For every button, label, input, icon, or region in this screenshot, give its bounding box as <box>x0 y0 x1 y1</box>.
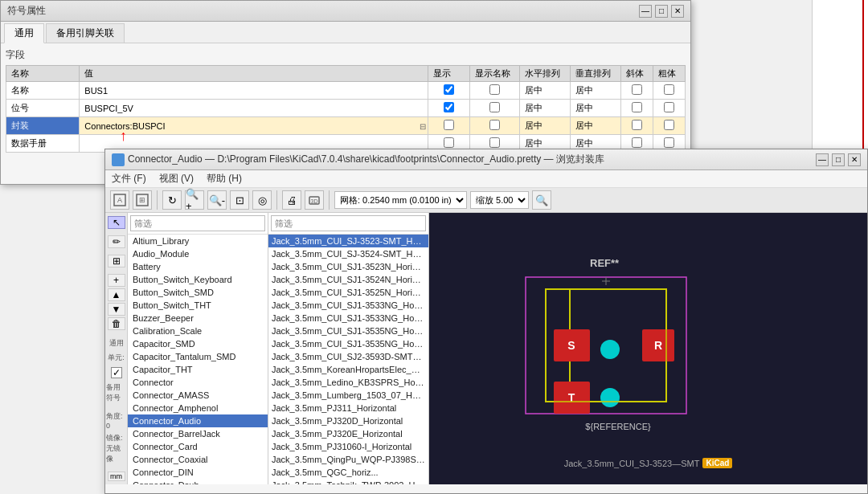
fp-item[interactable]: Jack_3.5mm_KoreanHropartsElec_PJ-3... <box>268 363 428 376</box>
row-showname-0[interactable] <box>469 82 520 100</box>
fp-item[interactable]: Jack_3.5mm_Ledino_KB3SPRS_Horiz... <box>268 376 428 389</box>
expand-icon[interactable]: ⊟ <box>420 121 426 130</box>
lib-item[interactable]: Capacitor_Tantalum_SMD <box>128 350 268 363</box>
fp-item[interactable]: Jack_3.5mm_QGC_horiz... <box>268 466 428 479</box>
row-showname-1[interactable] <box>469 100 520 117</box>
lib-item-connector-audio[interactable]: Connector_Audio <box>128 414 268 427</box>
fp-close-button[interactable]: ✕ <box>848 153 861 166</box>
row-showname-2[interactable] <box>469 117 520 135</box>
menu-help[interactable]: 帮助 (H) <box>207 172 242 186</box>
row-bold-0[interactable] <box>653 82 685 100</box>
lib-item[interactable]: Audio_Module <box>128 247 268 260</box>
row-show-1[interactable] <box>428 100 469 117</box>
fp-window-controls: — □ ✕ <box>816 153 861 166</box>
lib-item[interactable]: Connector_DIN <box>128 466 268 479</box>
grid-selector[interactable]: 网格: 0.2540 mm (0.0100 in) <box>334 191 467 209</box>
menu-file[interactable]: 文件 (F) <box>112 172 146 186</box>
side-mm-btn[interactable]: mm <box>108 472 125 481</box>
toolbar-search-btn[interactable]: 🔍 <box>532 190 551 210</box>
side-grid-btn[interactable]: ⊞ <box>108 255 125 267</box>
fp-item[interactable]: Jack_3.5mm_CUI_SJ-3523-SMT_Horiz... <box>268 235 428 247</box>
tab-alt-pins[interactable]: 备用引脚关联 <box>46 23 125 43</box>
side-up-btn[interactable]: ▲ <box>108 288 125 301</box>
lib-item[interactable]: Battery <box>128 260 268 273</box>
close-button[interactable]: ✕ <box>671 5 684 18</box>
lib-item[interactable]: Buzzer_Beeper <box>128 312 268 325</box>
fp-item[interactable]: Jack_3.5mm_PJ320E_Horizontal <box>268 427 428 440</box>
side-down-btn[interactable]: ▼ <box>108 303 125 316</box>
side-draw-btn[interactable]: ✏ <box>108 235 125 248</box>
fp-maximize-button[interactable]: □ <box>832 153 845 166</box>
toolbar-btn-2[interactable]: ⊞ <box>133 190 152 210</box>
toolbar-zoom-actual-btn[interactable]: ◎ <box>252 190 272 210</box>
fp-item[interactable]: Jack_3.5mm_CUI_SJ1-3524N_Horizont... <box>268 273 428 286</box>
symbol-props-title: 符号属性 <box>7 4 46 18</box>
lib-item[interactable]: Button_Switch_SMD <box>128 286 268 299</box>
side-cursor-btn[interactable]: ↖ <box>108 216 125 229</box>
fp-fp-filter-input[interactable] <box>271 215 426 231</box>
row-italic-2[interactable] <box>621 117 653 135</box>
fp-item[interactable]: Jack_3.5mm_PJ311_Horizontal <box>268 402 428 414</box>
svg-text:⊞: ⊞ <box>139 196 145 204</box>
fp-item[interactable]: Jack_3.5mm_CUI_SJ1-3535NG_Horiz... <box>268 337 428 350</box>
fp-item[interactable]: Jack_3.5mm_CUI_SJ1-3533NG_Horiz... <box>268 299 428 312</box>
toolbar-3d-btn[interactable]: 3D <box>305 190 324 210</box>
row-italic-0[interactable] <box>621 82 653 100</box>
menu-view[interactable]: 视图 (V) <box>159 172 194 186</box>
row-show-2[interactable] <box>428 117 469 135</box>
toolbar-zoom-in-btn[interactable]: 🔍+ <box>185 190 204 210</box>
fp-footprint-list: Jack_3.5mm_CUI_SJ-3523-SMT_Horiz... Jack… <box>268 235 428 484</box>
lib-item[interactable]: Button_Switch_Keyboard <box>128 273 268 286</box>
table-row: 位号 BUSPCI_5V 居中 居中 <box>6 100 686 117</box>
fp-item[interactable]: Jack_3.5mm_PJ31060-I_Horizontal <box>268 440 428 453</box>
tab-general[interactable]: 通用 <box>4 23 44 43</box>
lib-item-connector[interactable]: Connector <box>128 376 268 389</box>
side-add-btn[interactable]: + <box>108 274 125 287</box>
svg-text:R: R <box>654 339 662 352</box>
fp-item[interactable]: Jack_3.5mm_PJ320D_Horizontal <box>268 414 428 427</box>
toolbar-refresh-btn[interactable]: ↻ <box>162 190 182 210</box>
side-checkbox[interactable]: ✓ <box>111 367 122 378</box>
toolbar-btn-1[interactable]: A <box>110 190 129 210</box>
row-show-0[interactable] <box>428 82 469 100</box>
side-delete-btn[interactable]: 🗑 <box>108 317 125 330</box>
fp-item[interactable]: Jack_3.5mm_Technik_TWP-3002_Horiz... <box>268 479 428 484</box>
toolbar-zoom-out-btn[interactable]: 🔍- <box>207 190 227 210</box>
row-value-2[interactable]: Connectors:BUSPCI ⊟ <box>80 117 428 135</box>
lib-item[interactable]: Altium_Library <box>128 235 268 247</box>
row-name-0: 名称 <box>6 82 80 100</box>
lib-item[interactable]: Connector_Card <box>128 440 268 453</box>
lib-item[interactable]: Connector_AMASS <box>128 389 268 402</box>
section-label: 字段 <box>6 48 686 62</box>
lib-item[interactable]: Connector_Amphenol <box>128 402 268 414</box>
row-bold-2[interactable] <box>653 117 685 135</box>
fp-item[interactable]: Jack_3.5mm_CUI_SJ1-3523N_Horizont... <box>268 260 428 273</box>
minimize-button[interactable]: — <box>639 5 652 18</box>
fp-lib-filter-input[interactable] <box>130 215 265 231</box>
lib-item[interactable]: Calibration_Scale <box>128 325 268 337</box>
fp-item[interactable]: Jack_3.5mm_CUI_SJ-3524-SMT_Horiz... <box>268 247 428 260</box>
lib-item[interactable]: Capacitor_THT <box>128 363 268 376</box>
row-value-0[interactable]: BUS1 <box>80 82 428 100</box>
fp-minimize-button[interactable]: — <box>816 153 829 166</box>
fp-item[interactable]: Jack_3.5mm_QingPu_WQP-PJ398SM_V... <box>268 453 428 466</box>
lib-item[interactable]: Connector_BarrelJack <box>128 427 268 440</box>
row-value-1[interactable]: BUSPCI_5V <box>80 100 428 117</box>
fp-item[interactable]: Jack_3.5mm_CUI_SJ1-3525N_Horizont... <box>268 286 428 299</box>
lib-item[interactable]: Connector_Dsub <box>128 479 268 484</box>
maximize-button[interactable]: □ <box>655 5 668 18</box>
zoom-selector[interactable]: 缩放 5.00 <box>470 191 529 209</box>
fp-body: ↖ ✏ ⊞ + ▲ ▼ 🗑 通用 单元: ✓ 备用符号 角度: 0 镜像: 无镜… <box>105 213 867 484</box>
fp-item[interactable]: Jack_3.5mm_CUI_SJ2-3593D-SMT_Hor... <box>268 350 428 363</box>
fp-item[interactable]: Jack_3.5mm_Lumberg_1503_07_Horiz... <box>268 389 428 402</box>
lib-item-connector-coaxial[interactable]: Connector_Coaxial <box>128 453 268 466</box>
row-bold-1[interactable] <box>653 100 685 117</box>
lib-item[interactable]: Button_Switch_THT <box>128 299 268 312</box>
lib-item[interactable]: Capacitor_SMD <box>128 337 268 350</box>
fp-item[interactable]: Jack_3.5mm_CUI_SJ1-3533NG_Horiz... <box>268 312 428 325</box>
toolbar-zoom-fit-btn[interactable]: ⊡ <box>230 190 249 210</box>
fp-item[interactable]: Jack_3.5mm_CUI_SJ1-3535NG_Horiz... <box>268 325 428 337</box>
toolbar-print-btn[interactable]: 🖨 <box>282 190 301 210</box>
fp-window-title: Connector_Audio — D:\Program Files\KiCad… <box>128 153 604 166</box>
row-italic-1[interactable] <box>621 100 653 117</box>
